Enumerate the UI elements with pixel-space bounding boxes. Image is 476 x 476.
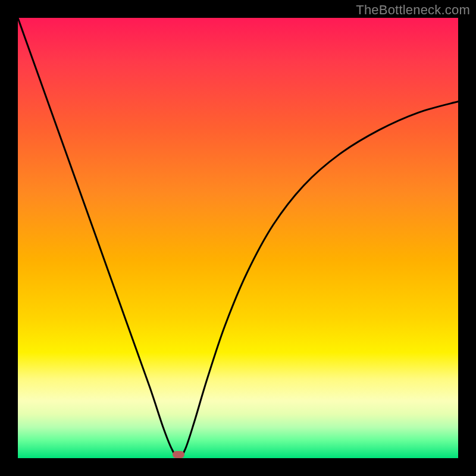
plot-area: [18, 18, 458, 458]
curve-svg: [18, 18, 458, 458]
chart-frame: TheBottleneck.com: [0, 0, 476, 476]
optimum-marker: [173, 451, 184, 458]
bottleneck-curve: [18, 18, 458, 458]
watermark-text: TheBottleneck.com: [356, 2, 470, 18]
